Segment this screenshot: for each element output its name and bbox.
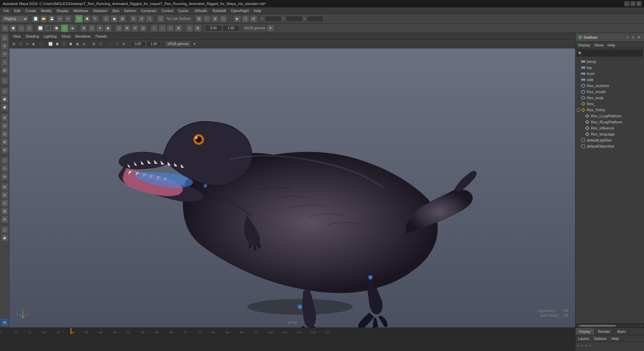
vp-ao[interactable]: ◎ [81, 41, 87, 47]
vp-tex[interactable]: ⬡ [61, 41, 67, 47]
layer-subtab-options[interactable]: Options [593, 336, 608, 341]
tab-anim[interactable]: Anim [614, 328, 629, 335]
snap-surface-button[interactable]: ⬡ [219, 15, 227, 23]
outliner-minimize[interactable]: ─ [625, 35, 630, 40]
lt-snap4[interactable]: ⊠ [1, 138, 8, 146]
vp-cam[interactable]: ⬡ [17, 41, 24, 47]
layer-btn2[interactable]: ▸ [581, 344, 584, 347]
lt-cam2[interactable]: ⊙ [1, 165, 8, 172]
menu-3dtall[interactable]: -3DtoAll- [191, 8, 210, 13]
outliner-search-box[interactable]: 🔍 [576, 49, 643, 57]
close-button[interactable]: ✕ [637, 1, 641, 6]
light-btn[interactable]: ☀ [96, 25, 104, 32]
lt-paint[interactable]: ⬢ [1, 104, 8, 111]
outliner-item-rex-body[interactable]: Rex_body [575, 95, 644, 101]
timeline-ruler[interactable]: 5 10 15 20 25 30 35 40 45 50 55 60 65 70… [0, 328, 575, 335]
menu-windows[interactable]: Windows [71, 8, 90, 13]
redo-button[interactable]: ↪ [64, 15, 72, 23]
layer-subtab-help[interactable]: Help [610, 336, 620, 341]
vp-menu-lighting[interactable]: Lighting [42, 34, 59, 39]
vp-grid[interactable]: ⊞ [91, 41, 97, 47]
layer-btn3[interactable]: ◂ [585, 344, 588, 347]
smooth2-btn[interactable]: ⬟ [53, 25, 60, 32]
viewport-3d[interactable]: Symmetry: Off Soft Select: Off persp X Y… [9, 48, 575, 327]
menu-create[interactable]: Create [23, 8, 38, 13]
menu-edit[interactable]: Edit [12, 8, 23, 13]
hier-mode-button[interactable]: ⊞ [119, 15, 126, 23]
outliner-close[interactable]: ✕ [637, 35, 641, 40]
outliner-item-rex-mouth[interactable]: Rex_mouth [575, 89, 644, 95]
vp-render[interactable]: ▶ [31, 41, 37, 47]
live-surface-toggle[interactable]: ⬡ [157, 15, 164, 23]
lt-move[interactable]: ✛ [1, 42, 8, 50]
outliner-item-side[interactable]: side [575, 77, 644, 83]
lt-misc6[interactable]: ◻ [1, 226, 8, 233]
new-scene-button[interactable]: 📄 [32, 15, 39, 23]
window-controls[interactable]: ─ □ ✕ [625, 1, 641, 6]
lt-universal[interactable]: ⊕ [1, 67, 8, 74]
vp-menu-shading[interactable]: Shading [24, 34, 41, 39]
snap-point-button[interactable]: ⊕ [211, 15, 219, 23]
vp-gamma-arrow[interactable]: ▼ [192, 41, 198, 47]
lt-cam3[interactable]: ⊛ [1, 173, 8, 180]
menu-cache[interactable]: Cache [176, 8, 191, 13]
vp-home[interactable]: ⊞ [11, 41, 17, 47]
x-field[interactable] [265, 16, 282, 22]
lt-misc5[interactable]: ⊕ [1, 216, 8, 223]
scale-tool-button[interactable]: ⤡ [146, 15, 153, 23]
outliner-item-rex-influence[interactable]: Rex_influence [575, 125, 644, 131]
lt-misc4[interactable]: ⊠ [1, 207, 8, 215]
tab-render[interactable]: Render [595, 328, 614, 335]
outliner-item-persp[interactable]: persp [575, 58, 644, 65]
lt-scale[interactable]: ⤡ [1, 58, 8, 66]
outliner-item-top[interactable]: top [575, 65, 644, 71]
menu-redshift[interactable]: Redshift [210, 8, 228, 13]
trans1-btn[interactable]: ↔ [151, 25, 158, 32]
trans2-btn[interactable]: ↕ [159, 25, 166, 32]
disp2-btn[interactable]: ⊕ [123, 25, 131, 32]
lt-snap[interactable]: ⊞ [1, 114, 8, 121]
vp-hud[interactable]: ⬡ [97, 41, 104, 47]
mode-dropdown[interactable]: Rigging [1, 15, 28, 22]
scroll-right[interactable]: ▸ [640, 324, 643, 327]
vp-smooth[interactable]: ⬟ [54, 41, 60, 47]
lt-cam[interactable]: ⬡ [1, 157, 8, 164]
open-scene-button[interactable]: 📂 [40, 15, 47, 23]
lt-soft-sel[interactable]: ◌ [1, 77, 8, 84]
comp-mode-button[interactable]: ◼ [111, 15, 118, 23]
lt-lasso[interactable]: ⬟ [1, 95, 8, 103]
select-tool-button[interactable]: ⬡ [75, 15, 83, 23]
rotate-tool-button[interactable]: ↺ [138, 15, 145, 23]
wire-btn[interactable]: ⬜ [37, 25, 44, 32]
outliner-search-input[interactable] [583, 51, 641, 55]
menu-help[interactable]: Help [251, 8, 263, 13]
snap-grid-button[interactable]: ⊞ [195, 15, 203, 23]
layer-btn4[interactable]: ▸ [589, 344, 592, 347]
outliner-item-rex[interactable]: Rex_ [575, 101, 644, 107]
select-soft2[interactable]: ⬡ [26, 25, 33, 32]
outliner-item-rex-pelvis[interactable]: + Rex_Pelvis [575, 107, 644, 113]
outliner-menu-help[interactable]: Help [606, 43, 617, 47]
menu-openflight[interactable]: OpenFlight [229, 8, 251, 13]
save-scene-button[interactable]: 💾 [48, 15, 55, 23]
smooth4-btn[interactable]: ◈ [69, 25, 76, 32]
vp-isolate[interactable]: ◌ [38, 41, 44, 47]
scrollbar-track[interactable] [579, 325, 640, 327]
lt-select[interactable]: ◻ [1, 34, 8, 42]
value-field-2[interactable] [223, 25, 239, 31]
outliner-item-rex-lleg[interactable]: Rex_LLegPlatform [575, 113, 644, 119]
menu-display[interactable]: Display [54, 8, 71, 13]
lt-snap2[interactable]: ⊡ [1, 122, 8, 129]
vp-wire[interactable]: ⬜ [47, 41, 53, 47]
vp-snap[interactable]: ⊕ [121, 41, 127, 47]
scrollbar-thumb[interactable] [579, 325, 616, 327]
disp1-btn[interactable]: ⬡ [115, 25, 123, 32]
gamma-display[interactable]: sRGB gamma [165, 41, 191, 46]
outliner-menu-display[interactable]: Display [577, 43, 592, 47]
outliner-item-rex-clutches[interactable]: Rex_clutches [575, 83, 644, 89]
menu-skin[interactable]: Skin [110, 8, 121, 13]
vp-menu-panels[interactable]: Panels [93, 34, 109, 39]
trans4-btn[interactable]: ⊞ [175, 25, 182, 32]
lasso-select-button[interactable]: ⬟ [83, 15, 91, 23]
gamma-dropdown[interactable]: ▼ [267, 25, 274, 32]
